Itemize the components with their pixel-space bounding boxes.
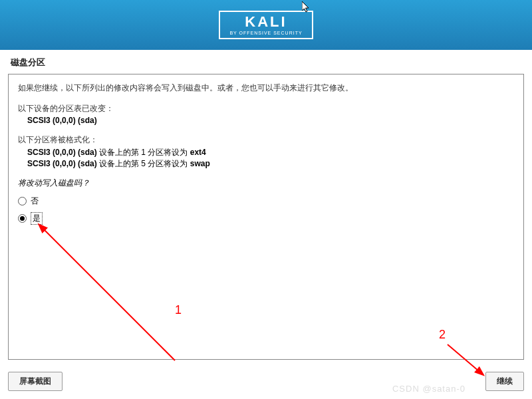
header-banner: KALI BY OFFENSIVE SECURITY	[0, 0, 532, 50]
confirm-question: 将改动写入磁盘吗？	[18, 178, 514, 189]
radio-no[interactable]: 否	[18, 196, 514, 207]
intro-text: 如果您继续，以下所列出的修改内容将会写入到磁盘中。或者，您也可以手动来进行其它修…	[18, 82, 514, 94]
annotation-number-1: 1	[175, 303, 182, 317]
svg-line-0	[43, 229, 175, 360]
footer-bar: 屏幕截图 继续	[8, 372, 524, 391]
logo-subtitle: BY OFFENSIVE SECURITY	[229, 31, 302, 35]
annotation-number-2: 2	[439, 328, 446, 342]
devices-changed-label: 以下设备的分区表已改变：	[18, 103, 514, 114]
kali-logo: KALI BY OFFENSIVE SECURITY	[219, 11, 313, 39]
page-title: 磁盘分区	[0, 50, 532, 74]
logo-text: KALI	[245, 15, 287, 29]
cursor-icon	[302, 1, 311, 16]
radio-yes[interactable]: 是	[18, 212, 514, 225]
radio-yes-label: 是	[31, 212, 43, 225]
partition-line: SCSI3 (0,0,0) (sda) 设备上的第 5 分区将设为 swap	[27, 158, 514, 170]
content-panel: 如果您继续，以下所列出的修改内容将会写入到磁盘中。或者，您也可以手动来进行其它修…	[8, 74, 524, 360]
radio-icon	[18, 214, 27, 223]
device-line: SCSI3 (0,0,0) (sda)	[27, 116, 514, 125]
format-label: 以下分区将被格式化：	[18, 134, 514, 146]
annotation-arrow-1	[35, 221, 188, 374]
radio-no-label: 否	[31, 196, 39, 207]
continue-button[interactable]: 继续	[485, 372, 524, 391]
partition-line: SCSI3 (0,0,0) (sda) 设备上的第 1 分区将设为 ext4	[27, 147, 514, 158]
radio-icon	[18, 197, 27, 205]
screenshot-button[interactable]: 屏幕截图	[8, 372, 63, 391]
